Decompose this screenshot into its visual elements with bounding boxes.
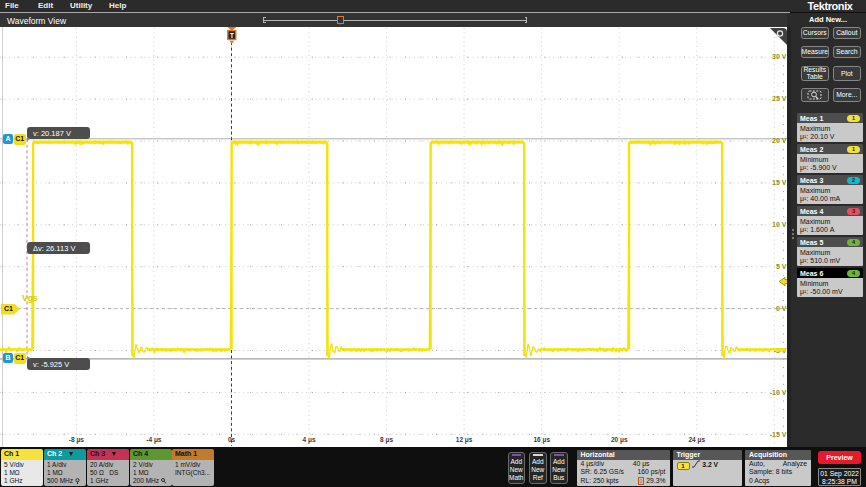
svg-text:-10 V: -10 V — [770, 389, 787, 396]
svg-text:15 V: 15 V — [772, 179, 787, 186]
svg-text:5 V: 5 V — [776, 263, 787, 270]
svg-text:20 μs: 20 μs — [611, 436, 628, 444]
svg-text:10 V: 10 V — [772, 221, 787, 228]
svg-text:-15 V: -15 V — [770, 431, 787, 438]
svg-text:16 μs: 16 μs — [533, 436, 550, 444]
svg-text:25 V: 25 V — [772, 95, 787, 102]
svg-text:0 V: 0 V — [776, 305, 787, 312]
svg-text:0s: 0s — [228, 436, 236, 443]
svg-text:-8 μs: -8 μs — [69, 436, 85, 444]
svg-text:-4 μs: -4 μs — [146, 436, 162, 444]
svg-text:30 V: 30 V — [772, 53, 787, 60]
svg-text:20 V: 20 V — [772, 137, 787, 144]
svg-text:4 μs: 4 μs — [302, 436, 315, 444]
svg-text:T: T — [230, 32, 235, 39]
svg-text:24 μs: 24 μs — [688, 436, 705, 444]
svg-text:8 μs: 8 μs — [380, 436, 393, 444]
svg-text:12 μs: 12 μs — [456, 436, 473, 444]
